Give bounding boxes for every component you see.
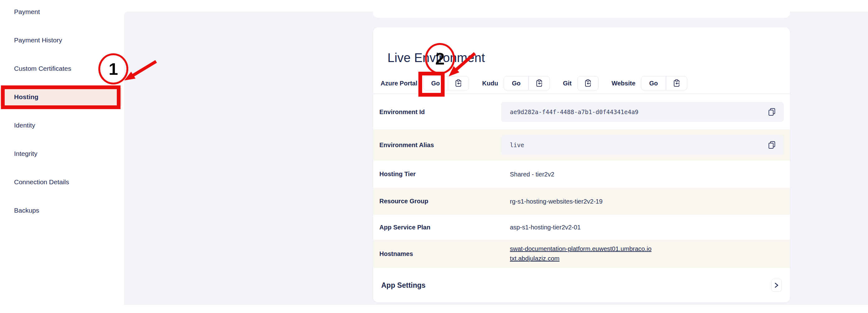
- paste-clipboard-icon: [673, 79, 680, 87]
- annotation-box-hosting: [1, 85, 121, 109]
- sidebar-item-label: Integrity: [14, 150, 37, 158]
- table-row-environment-id: Environment Id ae9d282a-f44f-4488-a7b1-d…: [373, 95, 790, 129]
- quick-link-label: Azure Portal: [381, 80, 417, 87]
- table-row-resource-group: Resource Group rg-s1-hosting-websites-ti…: [373, 188, 790, 215]
- go-button[interactable]: Go: [641, 76, 666, 90]
- go-button[interactable]: Go: [504, 76, 528, 90]
- sidebar-item-payment[interactable]: Payment: [0, 2, 122, 21]
- sidebar-item-label: Backups: [14, 207, 39, 214]
- row-label: Hosting Tier: [379, 161, 415, 188]
- quick-link-button-group: Go: [504, 76, 550, 91]
- paste-clipboard-icon: [584, 79, 592, 87]
- annotation-step-1-number: 1: [108, 59, 118, 78]
- quick-link-website: Website Go: [612, 76, 700, 91]
- chevron-right-icon: [774, 282, 779, 288]
- row-label: Hostnames: [379, 240, 413, 268]
- app-settings-row[interactable]: App Settings: [373, 268, 790, 303]
- copy-to-clipboard-button[interactable]: [448, 76, 469, 90]
- value-text: rg-s1-hosting-websites-tier2v2-19: [510, 198, 602, 205]
- quick-link-label: Kudu: [482, 80, 498, 87]
- sidebar-item-identity[interactable]: Identity: [0, 116, 122, 135]
- annotation-box-go-button: [418, 72, 445, 97]
- sidebar-item-label: Payment History: [14, 36, 62, 44]
- table-row-app-service-plan: App Service Plan asp-s1-hosting-tier2v2-…: [373, 215, 790, 240]
- sidebar-item-payment-history[interactable]: Payment History: [0, 31, 122, 49]
- annotation-step-2-badge: 2: [425, 43, 455, 74]
- quick-link-button-group: Go: [641, 76, 687, 91]
- value-text: asp-s1-hosting-tier2v2-01: [510, 224, 581, 231]
- copy-to-clipboard-button[interactable]: [529, 76, 550, 90]
- copy-value-button[interactable]: [768, 141, 776, 149]
- sidebar-item-integrity[interactable]: Integrity: [0, 144, 122, 163]
- annotation-step-2-number: 2: [435, 49, 445, 68]
- hostname-link[interactable]: txt.abdjulaziz.com: [510, 255, 652, 262]
- copy-value-button[interactable]: [768, 108, 776, 116]
- value-box: ae9d282a-f44f-4488-a7b1-d0f44341e4a9: [501, 102, 784, 122]
- copy-icon: [768, 108, 776, 116]
- app-settings-expand-button[interactable]: [771, 279, 782, 292]
- sidebar-item-label: Custom Certificates: [14, 65, 71, 72]
- value-box: live: [501, 135, 784, 155]
- environment-details-table: Environment Id ae9d282a-f44f-4488-a7b1-d…: [373, 95, 790, 268]
- row-label: Environment Id: [379, 95, 425, 129]
- paste-clipboard-icon: [535, 79, 543, 87]
- app-settings-label: App Settings: [381, 281, 426, 289]
- settings-sidebar: Payment Payment History Custom Certifica…: [0, 0, 124, 313]
- table-row-environment-alias: Environment Alias live: [373, 129, 790, 161]
- quick-link-kudu: Kudu Go: [482, 76, 563, 91]
- quick-link-label: Git: [563, 80, 572, 87]
- sidebar-item-label: Identity: [14, 121, 35, 129]
- annotation-step-1-badge: 1: [98, 53, 128, 84]
- paste-clipboard-icon: [455, 79, 462, 87]
- value-text: Shared - tier2v2: [510, 171, 554, 178]
- hostname-link[interactable]: swat-documentation-platform.euwest01.umb…: [510, 245, 652, 252]
- sidebar-item-connection-details[interactable]: Connection Details: [0, 173, 122, 192]
- quick-link-button-group: [577, 76, 598, 91]
- hostname-links: swat-documentation-platform.euwest01.umb…: [510, 245, 652, 262]
- row-label: Environment Alias: [379, 129, 434, 161]
- row-label: App Service Plan: [379, 215, 430, 240]
- previous-card-bottom: [373, 0, 790, 18]
- value-text: ae9d282a-f44f-4488-a7b1-d0f44341e4a9: [510, 108, 639, 115]
- quick-link-label: Website: [612, 80, 636, 87]
- table-row-hosting-tier: Hosting Tier Shared - tier2v2: [373, 161, 790, 188]
- sidebar-item-label: Connection Details: [14, 178, 69, 186]
- row-label: Resource Group: [379, 188, 428, 215]
- copy-icon: [768, 141, 776, 149]
- copy-to-clipboard-button[interactable]: [666, 76, 687, 90]
- sidebar-item-label: Payment: [14, 8, 40, 15]
- table-row-hostnames: Hostnames swat-documentation-platform.eu…: [373, 240, 790, 268]
- quick-link-git: Git: [563, 76, 612, 91]
- sidebar-item-backups[interactable]: Backups: [0, 201, 122, 220]
- sidebar-nav: Payment Payment History Custom Certifica…: [0, 2, 124, 220]
- value-text: live: [510, 142, 524, 148]
- copy-to-clipboard-button[interactable]: [578, 76, 598, 90]
